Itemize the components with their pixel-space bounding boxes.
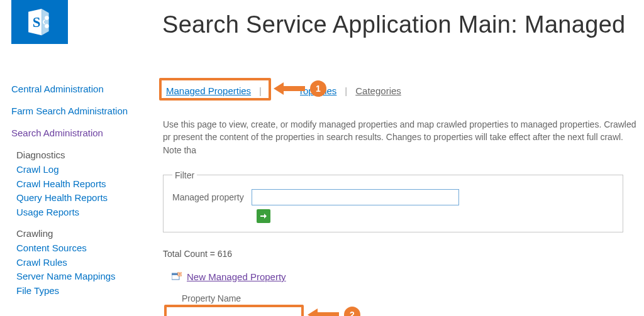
sidebar-link-query-health[interactable]: Query Health Reports — [16, 191, 148, 205]
sharepoint-logo-icon: S — [23, 6, 56, 38]
annotation-highlight-2 — [164, 305, 304, 316]
sidebar-link-crawl-health[interactable]: Crawl Health Reports — [16, 177, 148, 192]
svg-point-2 — [45, 24, 49, 28]
page-title: Search Service Application Main: Managed — [162, 11, 626, 38]
column-header-property-name: Property Name — [182, 293, 644, 303]
sidebar-link-server-name-mappings[interactable]: Server Name Mappings — [16, 270, 148, 284]
sidebar-link-central-admin[interactable]: Central Administration — [11, 84, 148, 94]
sidebar-link-file-types[interactable]: File Types — [16, 284, 148, 298]
tab-crawled-properties[interactable]: roperties — [297, 84, 340, 98]
tab-managed-properties[interactable]: Managed Properties — [163, 84, 254, 98]
tab-separator: | — [259, 85, 262, 96]
tab-bar: Managed Properties | roperties | Categor… — [163, 82, 644, 99]
main-content: Managed Properties | roperties | Categor… — [148, 55, 644, 303]
tab-categories[interactable]: Categories — [352, 84, 404, 98]
sidebar: Central Administration Farm Search Admin… — [0, 55, 148, 307]
annotation-badge-2: 2 — [344, 307, 360, 316]
filter-legend: Filter — [172, 170, 197, 180]
total-count-label: Total Count = 616 — [163, 249, 644, 259]
sidebar-link-crawl-rules[interactable]: Crawl Rules — [16, 256, 148, 270]
svg-point-1 — [45, 16, 49, 20]
svg-text:S: S — [33, 14, 41, 30]
sharepoint-logo: S — [11, 0, 68, 44]
sidebar-link-crawl-log[interactable]: Crawl Log — [16, 163, 148, 177]
tab-separator: | — [345, 85, 347, 96]
sidebar-link-usage-reports[interactable]: Usage Reports — [16, 205, 148, 220]
new-item-icon — [172, 272, 182, 281]
annotation-callout-2: 2 — [308, 307, 360, 316]
sidebar-link-content-sources[interactable]: Content Sources — [16, 241, 148, 256]
arrow-left-icon — [308, 307, 339, 316]
sidebar-link-farm-search-admin[interactable]: Farm Search Administration — [11, 106, 148, 116]
sidebar-heading-crawling: Crawling — [16, 228, 148, 239]
managed-property-input[interactable] — [252, 189, 459, 205]
filter-section: Filter Managed property — [163, 170, 623, 232]
filter-label: Managed property — [172, 192, 244, 202]
filter-go-button[interactable] — [257, 209, 270, 223]
sidebar-current-search-admin[interactable]: Search Administration — [11, 128, 148, 138]
sidebar-heading-diagnostics: Diagnostics — [16, 150, 148, 160]
description-text: Use this page to view, create, or modify… — [163, 118, 644, 156]
arrow-right-icon — [259, 212, 268, 221]
new-managed-property-link[interactable]: New Managed Property — [187, 271, 286, 282]
